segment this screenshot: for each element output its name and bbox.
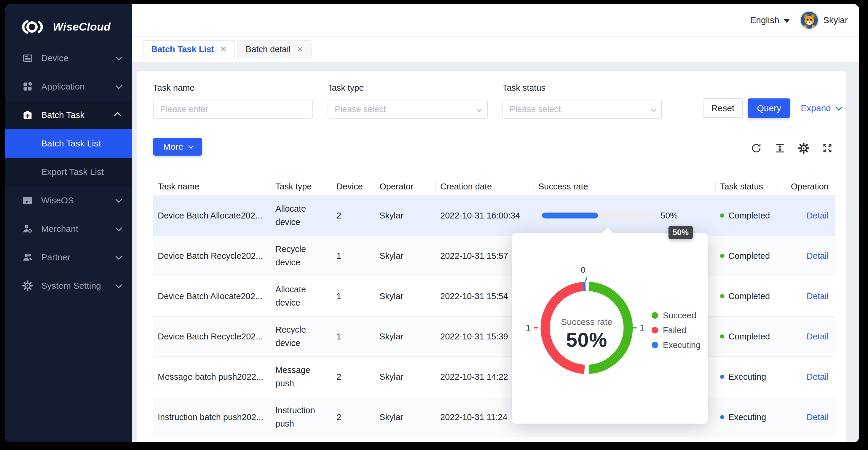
chevron-down-icon <box>651 106 656 112</box>
status-text: Completed <box>728 290 770 303</box>
application-icon <box>22 81 33 93</box>
column-header-creation-date: Creation date <box>435 178 534 195</box>
more-button[interactable]: More <box>153 138 202 156</box>
cell-device: 2 <box>332 209 375 222</box>
sidebar-item-wiseos[interactable]: WiseOS <box>5 186 132 215</box>
username: Skylar <box>823 15 848 25</box>
detail-link[interactable]: Detail <box>807 412 829 422</box>
cell-operation: Detail <box>778 249 835 263</box>
cell-task-status: Completed <box>715 290 778 303</box>
sidebar-group-batch-task: Batch Task Batch Task ListExport Task Li… <box>5 101 132 186</box>
sidebar-item-label: Device <box>41 53 116 63</box>
close-icon[interactable]: ✕ <box>297 44 303 54</box>
cell-operator: Skylar <box>375 249 435 263</box>
sidebar-item-batch-task[interactable]: Batch Task <box>5 101 132 129</box>
sidebar-item-system-setting[interactable]: System Setting <box>5 271 132 300</box>
placeholder-text: Please select <box>335 104 386 114</box>
detail-link[interactable]: Detail <box>807 291 829 301</box>
settings-icon[interactable] <box>798 142 809 154</box>
task-type-select[interactable]: Please select <box>328 100 488 119</box>
cell-operation: Detail <box>778 209 835 222</box>
table-header: Task nameTask typeDeviceOperatorCreation… <box>153 178 835 195</box>
detail-link[interactable]: Detail <box>807 332 829 341</box>
sidebar-item-label: Merchant <box>41 224 116 234</box>
refresh-icon[interactable] <box>751 142 762 154</box>
table-row[interactable]: Device Batch Allocate202... Allocate dev… <box>153 195 835 235</box>
sidebar-item-partner[interactable]: Partner <box>5 243 132 271</box>
cell-operation: Detail <box>778 370 835 384</box>
success-rate-popover: 0 1 1 Success rate 50% Succeed Failed Ex… <box>512 233 708 424</box>
column-header-task-name: Task name <box>153 178 271 195</box>
sidebar-item-application[interactable]: Application <box>5 72 132 101</box>
column-header-task-type: Task type <box>271 178 332 195</box>
cell-operator: Skylar <box>375 370 435 384</box>
detail-link[interactable]: Detail <box>807 211 829 220</box>
cell-creation-date: 2022-10-31 16:00:34 <box>435 209 534 222</box>
reset-button[interactable]: Reset <box>703 98 743 118</box>
cell-task-name: Device Batch Recycle202... <box>153 249 271 263</box>
tab-label: Batch detail <box>246 44 291 54</box>
query-button[interactable]: Query <box>748 98 790 118</box>
table-row[interactable]: Device Batch Recycle202... Recycle devic… <box>153 316 835 356</box>
table-row[interactable]: Instruction batch push202... Instruction… <box>153 397 835 437</box>
cell-device: 1 <box>332 330 375 343</box>
brand-name: WiseCloud <box>53 21 111 33</box>
cell-operator: Skylar <box>375 290 435 303</box>
cell-task-status: Completed <box>715 249 778 263</box>
close-icon[interactable]: ✕ <box>220 44 227 54</box>
row-height-icon[interactable] <box>774 142 785 154</box>
language-selector[interactable]: English <box>750 15 790 25</box>
filter-field-task-type: Task type Please select <box>328 83 488 119</box>
legend-item-executing: Executing <box>652 338 701 352</box>
cell-task-type: Recycle device <box>271 243 332 269</box>
caret-down-icon <box>783 19 790 23</box>
language-label: English <box>750 15 779 25</box>
donut-center-value: 50% <box>551 328 622 351</box>
cell-task-type: Allocate device <box>271 202 332 229</box>
table-row[interactable]: Message batch push2022... Message push 2… <box>153 356 835 397</box>
cell-task-type: Allocate device <box>271 283 332 310</box>
status-text: Executing <box>728 411 766 424</box>
detail-link[interactable]: Detail <box>807 251 829 261</box>
column-header-device: Device <box>332 178 375 195</box>
sidebar-item-merchant[interactable]: Merchant <box>5 215 132 243</box>
more-label: More <box>163 142 183 152</box>
sidebar-item-label: WiseOS <box>41 195 116 205</box>
cell-task-status: Completed <box>715 330 778 343</box>
cell-task-name: Message batch push2022... <box>153 370 271 384</box>
expand-toggle[interactable]: Expand <box>801 103 840 113</box>
progress-bar[interactable] <box>542 213 654 219</box>
donut-tick-left: 1 <box>526 323 538 332</box>
sidebar-item-export-task-list[interactable]: Export Task List <box>5 158 132 186</box>
sidebar-item-label: Partner <box>41 252 116 262</box>
user-menu[interactable]: Skylar <box>801 11 848 29</box>
legend-label: Failed <box>663 325 686 335</box>
column-header-task-status: Task status <box>715 178 778 195</box>
list-card: Task name Please enter Task type Please … <box>137 71 846 442</box>
sidebar-item-batch-task-list[interactable]: Batch Task List <box>5 129 132 158</box>
legend-dot <box>652 342 658 348</box>
sidebar: WiseCloud Device Application Batch Task … <box>5 4 132 442</box>
task-name-input[interactable]: Please enter <box>153 100 313 119</box>
cell-task-name: Device Batch Allocate202... <box>153 290 271 303</box>
task-status-select[interactable]: Please select <box>502 100 662 119</box>
tab-batch-detail[interactable]: Batch detail ✕ <box>238 40 312 58</box>
fullscreen-icon[interactable] <box>822 142 833 154</box>
legend-label: Executing <box>663 340 701 350</box>
status-text: Executing <box>728 370 766 384</box>
tab-batch-task-list[interactable]: Batch Task List ✕ <box>143 40 235 58</box>
cell-device: 1 <box>332 290 375 303</box>
legend-dot <box>652 327 658 333</box>
wisecloud-logo-icon <box>21 20 45 34</box>
status-text: Completed <box>728 249 770 263</box>
status-dot <box>720 214 724 218</box>
cell-task-type: Recycle device <box>271 323 332 350</box>
table-row[interactable]: Device Batch Recycle202... Recycle devic… <box>153 235 835 276</box>
device-icon <box>22 52 33 64</box>
cell-operation: Detail <box>778 290 835 303</box>
sidebar-item-label: Application <box>41 82 116 92</box>
sidebar-item-device[interactable]: Device <box>5 44 132 72</box>
table-row[interactable]: Device Batch Allocate202... Allocate dev… <box>153 276 835 316</box>
detail-link[interactable]: Detail <box>807 372 829 382</box>
chevron-down-icon <box>116 282 122 288</box>
